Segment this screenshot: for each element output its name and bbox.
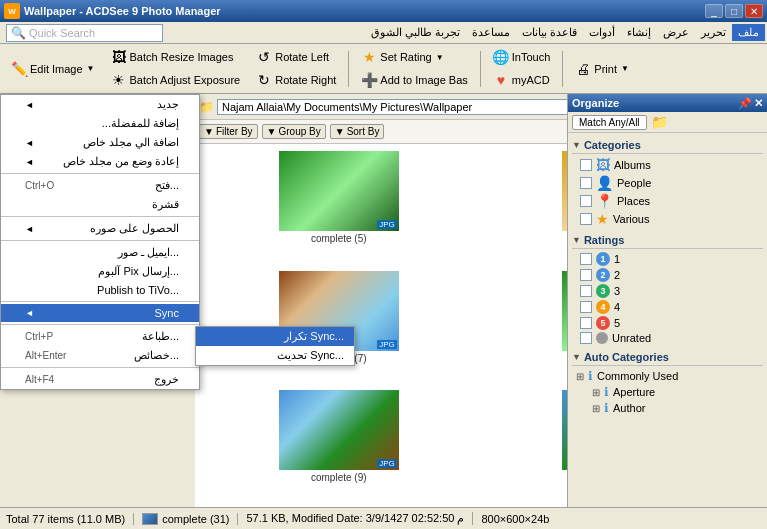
- group-by-button[interactable]: ▼ Group By: [262, 124, 326, 139]
- group-icon: ▼: [267, 126, 277, 137]
- org-item-r1[interactable]: 1 1: [572, 251, 763, 267]
- r1-icon: 1: [596, 252, 610, 266]
- maximize-button[interactable]: □: [725, 4, 743, 18]
- auto-categories-arrow: ▼: [572, 352, 581, 362]
- menu-add-fav[interactable]: إضافة للمفضلة...: [1, 114, 199, 133]
- myacd-button[interactable]: ♥ myACD: [486, 69, 557, 91]
- add-folder-arrow: ◄: [25, 138, 34, 148]
- menu-shell[interactable]: قشرة: [1, 195, 199, 214]
- people-icon: 👤: [596, 175, 613, 191]
- thumb-image-4: JPG: [279, 390, 399, 470]
- toolbar: ✏️ Edit Image ▼ 🖼 Batch Resize Images ☀ …: [0, 44, 767, 94]
- unrated-checkbox[interactable]: [580, 332, 592, 344]
- org-item-aperture[interactable]: ⊞ ℹ Aperture: [572, 384, 763, 400]
- folder-icon: 📁: [199, 100, 214, 114]
- menu-publish-tivo[interactable]: ...Publish to TiVo: [1, 281, 199, 299]
- auto-categories-section[interactable]: ▼ Auto Categories: [572, 349, 763, 366]
- menu-send-pix[interactable]: ...إرسال Pix آلبوم: [1, 262, 199, 281]
- org-item-r5[interactable]: 5 5: [572, 315, 763, 331]
- author-expand[interactable]: ⊞: [592, 403, 600, 414]
- rotate-left-button[interactable]: ↺ Rotate Left: [249, 46, 336, 68]
- batch-resize-button[interactable]: 🖼 Batch Resize Images: [104, 46, 241, 68]
- albums-icon: 🖼: [596, 157, 610, 173]
- org-item-r4[interactable]: 4 4: [572, 299, 763, 315]
- menu-extra[interactable]: تجربة طالبي الشوق: [365, 24, 466, 41]
- rating-arrow[interactable]: ▼: [436, 53, 444, 62]
- places-checkbox[interactable]: [580, 195, 592, 207]
- ratings-arrow: ▼: [572, 235, 581, 245]
- batch-exposure-button[interactable]: ☀ Batch Adjust Exposure: [104, 69, 248, 91]
- edit-image-icon: ✏️: [11, 61, 27, 77]
- menu-tools[interactable]: أدوات: [583, 24, 621, 41]
- edit-image-arrow[interactable]: ▼: [87, 64, 95, 73]
- title-bar: W Wallpaper - ACDSee 9 Photo Manager _ □…: [0, 0, 767, 22]
- status-bar: Total 77 items (11.0 MB) complete (31) 5…: [0, 507, 767, 529]
- ratings-section[interactable]: ▼ Ratings: [572, 232, 763, 249]
- menu-open[interactable]: ...فتح Ctrl+O: [1, 176, 199, 195]
- sort-by-button[interactable]: ▼ Sort By: [330, 124, 385, 139]
- organize-close-button[interactable]: ✕: [754, 97, 763, 110]
- org-item-people[interactable]: 👤 People: [572, 174, 763, 192]
- search-icon: 🔍: [11, 26, 26, 40]
- sync-update[interactable]: ...Sync تحديث: [196, 346, 354, 365]
- intouch-button[interactable]: 🌐 InTouch: [486, 46, 558, 68]
- menu-add-folder[interactable]: اضافة الي مجلد خاص ◄: [1, 133, 199, 152]
- menu-props[interactable]: ...خصائص Alt+Enter: [1, 346, 199, 365]
- menu-print[interactable]: ...طباعة Ctrl+P: [1, 327, 199, 346]
- org-item-author[interactable]: ⊞ ℹ Author: [572, 400, 763, 416]
- menu-edit[interactable]: تحرير: [695, 24, 732, 41]
- close-button[interactable]: ✕: [745, 4, 763, 18]
- menu-exit[interactable]: خروج Alt+F4: [1, 370, 199, 389]
- sep4: [1, 301, 199, 302]
- add-to-image-bas-button[interactable]: ➕ Add to Image Bas: [354, 69, 474, 91]
- r3-checkbox[interactable]: [580, 285, 592, 297]
- categories-section[interactable]: ▼ Categories: [572, 137, 763, 154]
- thumb-item-4[interactable]: JPG complete (9): [199, 387, 479, 503]
- menu-sync[interactable]: Sync ◄: [1, 304, 199, 322]
- sync-repeat[interactable]: ...Sync تكرار: [196, 327, 354, 346]
- edit-image-button[interactable]: ✏️ Edit Image ▼: [4, 58, 102, 80]
- thumb-label-4: complete (9): [311, 472, 367, 483]
- org-item-commonly-used[interactable]: ⊞ ℹ Commonly Used: [572, 368, 763, 384]
- print-arrow[interactable]: ▼: [621, 64, 629, 73]
- menu-get-photos[interactable]: الحصول على صوره ◄: [1, 219, 199, 238]
- r5-checkbox[interactable]: [580, 317, 592, 329]
- search-input[interactable]: [98, 27, 158, 39]
- commonly-used-label: Commonly Used: [597, 370, 678, 382]
- menu-new[interactable]: جديد ◄: [1, 95, 199, 114]
- menu-create[interactable]: إنشاء: [621, 24, 657, 41]
- minimize-button[interactable]: _: [705, 4, 723, 18]
- menu-database[interactable]: قاعدة بيانات: [516, 24, 583, 41]
- menu-restore-folder[interactable]: إعادة وضع من مجلد خاص ◄: [1, 152, 199, 171]
- r2-checkbox[interactable]: [580, 269, 592, 281]
- menu-help[interactable]: مساعدة: [466, 24, 516, 41]
- sep3: [1, 240, 199, 241]
- org-item-unrated[interactable]: Unrated: [572, 331, 763, 345]
- organize-float-button[interactable]: 📌: [738, 97, 752, 110]
- menu-file[interactable]: ملف: [732, 24, 765, 41]
- menu-email[interactable]: ...ايميل ـ صور: [1, 243, 199, 262]
- commonly-used-expand[interactable]: ⊞: [576, 371, 584, 382]
- menu-bar: ملف تحرير عرض إنشاء أدوات قاعدة بيانات م…: [0, 22, 767, 44]
- aperture-expand[interactable]: ⊞: [592, 387, 600, 398]
- thumb-item-0[interactable]: JPG complete (5): [199, 148, 479, 264]
- menu-view[interactable]: عرض: [657, 24, 695, 41]
- r4-checkbox[interactable]: [580, 301, 592, 313]
- myacd-icon: ♥: [493, 72, 509, 88]
- match-bar: Match Any/All 📁: [568, 112, 767, 133]
- filter-by-button[interactable]: ▼ Filter By: [199, 124, 258, 139]
- org-item-places[interactable]: 📍 Places: [572, 192, 763, 210]
- match-any-all-button[interactable]: Match Any/All: [572, 115, 647, 130]
- r1-checkbox[interactable]: [580, 253, 592, 265]
- print-button[interactable]: 🖨 Print ▼: [568, 58, 636, 80]
- org-item-various[interactable]: ★ Various: [572, 210, 763, 228]
- set-rating-button[interactable]: ★ Set Rating ▼: [354, 46, 450, 68]
- people-checkbox[interactable]: [580, 177, 592, 189]
- org-item-albums[interactable]: 🖼 Albums: [572, 156, 763, 174]
- commonly-used-icon: ℹ: [588, 369, 593, 383]
- various-checkbox[interactable]: [580, 213, 592, 225]
- org-item-r3[interactable]: 3 3: [572, 283, 763, 299]
- org-item-r2[interactable]: 2 2: [572, 267, 763, 283]
- albums-checkbox[interactable]: [580, 159, 592, 171]
- rotate-right-button[interactable]: ↻ Rotate Right: [249, 69, 343, 91]
